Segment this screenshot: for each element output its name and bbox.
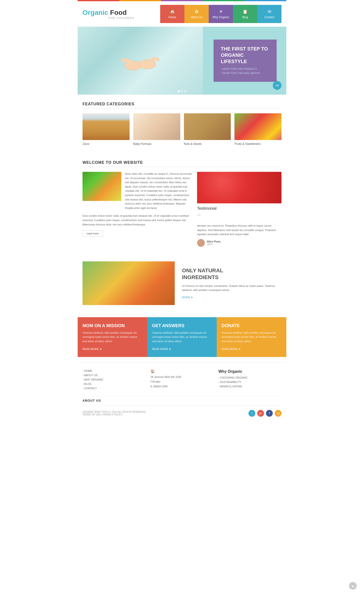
mission-boxes: MOM ON A MISSION Vivamus eleifend, nibh … — [78, 317, 286, 357]
ingredients-more-link[interactable]: MORE — [182, 296, 193, 299]
nav-contact[interactable]: ✉ Contact — [257, 5, 281, 23]
testimonial-author: Alice Puse, client — [197, 239, 281, 247]
mission-box-donate: DONATE Vivamus eleifend, nibh porttitor … — [217, 317, 286, 357]
svg-point-13 — [157, 58, 160, 61]
strawberry-image — [197, 172, 281, 203]
featured-categories-title: FEATURED CATEGORIES — [83, 102, 281, 108]
welcome-content: Nunc diam elit, convallis ac neque in, r… — [83, 172, 192, 210]
welcome-text-1: Nunc diam elit, convallis ac neque in, r… — [125, 172, 192, 210]
testimonial-title: Testimonial — [197, 206, 281, 211]
svg-point-1 — [125, 61, 141, 70]
read-more-button[interactable]: read more — [83, 230, 103, 237]
footer-nav-col: HOME ABOUT US WHY ORGANIC BLOG CONTACT — [83, 369, 146, 391]
featured-categories-section: FEATURED CATEGORIES Juice Baby Formula N… — [78, 95, 286, 153]
footer-nav-about[interactable]: ABOUT US — [83, 374, 146, 377]
address-zip: IL 60604-2340 — [150, 384, 214, 389]
rss-icon[interactable]: ◎ — [275, 410, 281, 417]
footer-separator: | — [101, 413, 102, 416]
hero-shop-age-link[interactable]: SHOP FOR THIS AGE GROUP — [221, 72, 269, 75]
blog-icon: 📋 — [242, 9, 248, 14]
google-plus-icon[interactable]: g+ — [257, 410, 264, 417]
category-baby-formula[interactable]: Baby Formula — [133, 113, 180, 146]
nav-home[interactable]: 🏠 Home — [160, 5, 184, 23]
footer-bottom: ORGANIC BABY FOOD © 2014 ALL RIGHTS RESE… — [83, 406, 281, 417]
nuts-seeds-image — [184, 113, 231, 140]
juice-image — [83, 113, 130, 140]
nav-about[interactable]: ✿ About Us — [184, 5, 209, 23]
address-icon: 🏠 — [150, 369, 214, 373]
why-icon: ✳ — [219, 9, 223, 14]
hero-dots — [178, 90, 186, 92]
footer-address: 28 Jackson Blvd Ste 1020 Chicago IL 6060… — [150, 375, 214, 389]
category-fruits[interactable]: Fruits & Sweeteners — [234, 113, 281, 146]
mission-donate-title: DONATE — [222, 323, 281, 328]
header: Organic Food FOR CHILDREN 🏠 Home ✿ About… — [78, 1, 286, 27]
footer-copyright: ORGANIC BABY FOOD © 2014 ALL RIGHTS RESE… — [83, 411, 146, 416]
hero-badge: +2 — [273, 81, 281, 90]
hero-banner: THE FIRST STEP TO ORGANIC LIFESTYLE SHOP… — [78, 27, 286, 95]
about-icon: ✿ — [195, 9, 199, 14]
address-line1: 28 Jackson Blvd Ste 1020 — [150, 375, 214, 380]
footer-about-section: ABOUT US — [83, 396, 281, 402]
baby-formula-label: Baby Formula — [133, 142, 151, 146]
nav-contact-label: Contact — [264, 16, 274, 19]
nav-about-label: About Us — [190, 16, 202, 19]
mission-donate-text: Vivamus eleifend, nibh porttitor consequ… — [222, 331, 281, 344]
baby-formula-image — [133, 113, 180, 140]
footer-nav-why[interactable]: WHY ORGANIC — [83, 378, 146, 381]
footer-why-choosing[interactable]: CHOOSING ORGANIC — [218, 376, 281, 379]
footer-social-links: t g+ f ◎ — [248, 410, 281, 417]
logo-subtitle: FOR CHILDREN — [83, 17, 160, 19]
mission-mom-read-more[interactable]: READ MORE — [83, 348, 102, 350]
ingredients-layout: ONLY NATURALINGREDIENTS Ut rhoncus mi se… — [83, 261, 281, 305]
author-role: client — [207, 243, 221, 246]
welcome-title: WELCOME TO OUR WEBSITE — [83, 160, 281, 167]
hero-background: THE FIRST STEP TO ORGANIC LIFESTYLE SHOP… — [78, 27, 286, 95]
logo[interactable]: Organic Food FOR CHILDREN — [83, 9, 160, 19]
baby-feet-illustration — [114, 39, 167, 83]
footer-nav-home[interactable]: HOME — [83, 369, 146, 372]
address-city: Chicago — [150, 379, 214, 384]
footer-why-col: Why Organic CHOOSING ORGANIC SUSTAINABIL… — [218, 369, 281, 391]
nav-why-label: Why Organic — [212, 16, 229, 19]
welcome-text-2: Duis condim entum tortor nulla, id gravi… — [83, 214, 192, 227]
dot-1[interactable] — [178, 90, 180, 92]
mission-answers-read-more[interactable]: READ MORE — [152, 348, 171, 350]
footer-nav-blog[interactable]: BLOG — [83, 382, 146, 385]
dot-3[interactable] — [184, 90, 186, 92]
logo-food: Food — [108, 9, 127, 16]
logo-organic: Organic — [83, 9, 108, 16]
ingredients-section: ONLY NATURALINGREDIENTS Ut rhoncus mi se… — [78, 254, 286, 312]
nav-why-organic[interactable]: ✳ Why Organic — [209, 5, 233, 23]
quote-icon: " — [197, 213, 281, 222]
hero-content-box: THE FIRST STEP TO ORGANIC LIFESTYLE SHOP… — [214, 40, 277, 82]
categories-grid: Juice Baby Formula Nuts & Seeds Fruits &… — [83, 113, 281, 146]
category-nuts-seeds[interactable]: Nuts & Seeds — [184, 113, 231, 146]
category-juice[interactable]: Juice — [83, 113, 130, 146]
footer-why-mindful[interactable]: MINDFUL EATING — [218, 385, 281, 388]
footer-about-title: ABOUT US — [83, 399, 281, 402]
footer-terms[interactable]: TERMS OF USE — [83, 413, 101, 416]
dot-2[interactable] — [181, 90, 183, 92]
author-avatar — [197, 239, 205, 247]
footer-nav-contact[interactable]: CONTACT — [83, 387, 146, 390]
mission-donate-read-more[interactable]: READ MORE — [222, 348, 241, 350]
welcome-layout: Nunc diam elit, convallis ac neque in, r… — [83, 172, 281, 247]
welcome-section: WELCOME TO OUR WEBSITE Nunc diam elit, c… — [78, 153, 286, 254]
author-name: Alice Puse, — [207, 240, 221, 243]
twitter-icon[interactable]: t — [248, 410, 255, 417]
svg-point-8 — [140, 60, 156, 69]
footer-address-col: 🏠 28 Jackson Blvd Ste 1020 Chicago IL 60… — [150, 369, 214, 391]
hero-shop-product-link[interactable]: SHOP FOR THIS PRODUCT — [221, 67, 269, 70]
contact-icon: ✉ — [268, 9, 271, 14]
home-icon: 🏠 — [170, 9, 175, 14]
footer-privacy[interactable]: PRIVACY POLICY — [103, 413, 123, 416]
mission-mom-title: MOM ON A MISSION — [83, 323, 142, 328]
nav-home-label: Home — [168, 16, 176, 19]
nav-blog[interactable]: 📋 Blog — [233, 5, 257, 23]
facebook-icon[interactable]: f — [266, 410, 273, 417]
testimonial-text: Aenean nec viverra mi. Phasellus rhoncus… — [197, 224, 281, 237]
footer-why-sustainability[interactable]: SUSTAINABILITY — [218, 381, 281, 383]
welcome-vegetable-image — [83, 172, 121, 201]
hero-title: THE FIRST STEP TO ORGANIC LIFESTYLE — [221, 46, 269, 65]
